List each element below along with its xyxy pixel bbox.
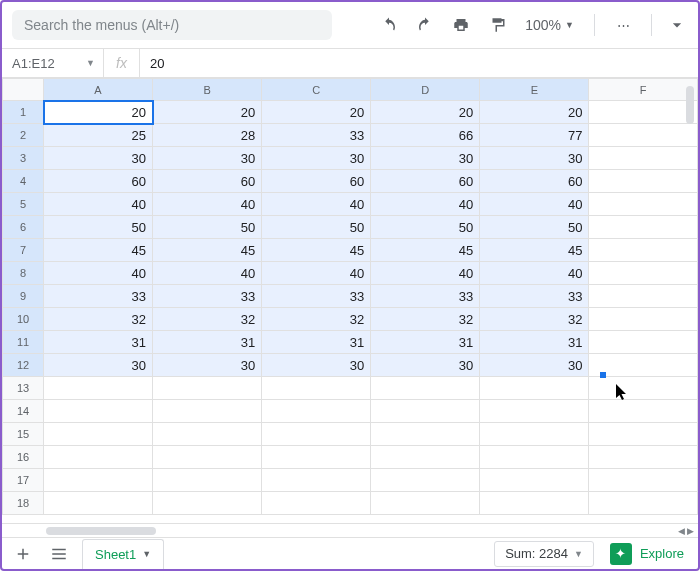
cell-A15[interactable] [44,423,153,446]
cell-E15[interactable] [480,423,589,446]
cell-D5[interactable]: 40 [371,193,480,216]
cell-A14[interactable] [44,400,153,423]
cell-E3[interactable]: 30 [480,147,589,170]
cell-D7[interactable]: 45 [371,239,480,262]
cell-F6[interactable] [589,216,698,239]
row-header-8[interactable]: 8 [3,262,44,285]
cell-F13[interactable] [589,377,698,400]
cell-B5[interactable]: 40 [153,193,262,216]
cell-E14[interactable] [480,400,589,423]
col-header-A[interactable]: A [44,79,153,101]
row-header-12[interactable]: 12 [3,354,44,377]
cell-E13[interactable] [480,377,589,400]
col-header-E[interactable]: E [480,79,589,101]
cell-E4[interactable]: 60 [480,170,589,193]
cell-D16[interactable] [371,446,480,469]
row-header-2[interactable]: 2 [3,124,44,147]
cell-F7[interactable] [589,239,698,262]
row-header-15[interactable]: 15 [3,423,44,446]
row-header-16[interactable]: 16 [3,446,44,469]
cell-D17[interactable] [371,469,480,492]
cell-E1[interactable]: 20 [480,101,589,124]
cell-D4[interactable]: 60 [371,170,480,193]
cell-F3[interactable] [589,147,698,170]
cell-F1[interactable] [589,101,698,124]
row-header-14[interactable]: 14 [3,400,44,423]
cell-F14[interactable] [589,400,698,423]
cell-C2[interactable]: 33 [262,124,371,147]
cell-A5[interactable]: 40 [44,193,153,216]
row-header-17[interactable]: 17 [3,469,44,492]
cell-B18[interactable] [153,492,262,515]
cell-E2[interactable]: 77 [480,124,589,147]
cell-D18[interactable] [371,492,480,515]
add-sheet-icon[interactable] [10,541,36,567]
paint-format-icon[interactable] [483,11,511,39]
cell-C11[interactable]: 31 [262,331,371,354]
row-header-18[interactable]: 18 [3,492,44,515]
cell-B7[interactable]: 45 [153,239,262,262]
cell-C18[interactable] [262,492,371,515]
cell-B17[interactable] [153,469,262,492]
cell-F8[interactable] [589,262,698,285]
cell-A16[interactable] [44,446,153,469]
cell-F16[interactable] [589,446,698,469]
cell-C12[interactable]: 30 [262,354,371,377]
cell-B9[interactable]: 33 [153,285,262,308]
cell-B14[interactable] [153,400,262,423]
sheet-tab[interactable]: Sheet1▼ [82,539,164,569]
cell-D15[interactable] [371,423,480,446]
cell-F18[interactable] [589,492,698,515]
cell-A4[interactable]: 60 [44,170,153,193]
cell-E10[interactable]: 32 [480,308,589,331]
cell-A18[interactable] [44,492,153,515]
row-header-6[interactable]: 6 [3,216,44,239]
cell-D3[interactable]: 30 [371,147,480,170]
undo-icon[interactable] [375,11,403,39]
row-header-13[interactable]: 13 [3,377,44,400]
row-header-9[interactable]: 9 [3,285,44,308]
redo-icon[interactable] [411,11,439,39]
cell-D6[interactable]: 50 [371,216,480,239]
name-box[interactable]: A1:E12▼ [2,49,104,77]
cell-D14[interactable] [371,400,480,423]
cell-C13[interactable] [262,377,371,400]
cell-F15[interactable] [589,423,698,446]
row-header-7[interactable]: 7 [3,239,44,262]
cell-E12[interactable]: 30 [480,354,589,377]
cell-B15[interactable] [153,423,262,446]
cell-D12[interactable]: 30 [371,354,480,377]
cell-B2[interactable]: 28 [153,124,262,147]
cell-C16[interactable] [262,446,371,469]
cell-D11[interactable]: 31 [371,331,480,354]
row-header-4[interactable]: 4 [3,170,44,193]
cell-B11[interactable]: 31 [153,331,262,354]
cell-C4[interactable]: 60 [262,170,371,193]
cell-B1[interactable]: 20 [153,101,262,124]
cell-B12[interactable]: 30 [153,354,262,377]
selection-handle[interactable] [600,372,606,378]
cell-A17[interactable] [44,469,153,492]
cell-C3[interactable]: 30 [262,147,371,170]
col-header-F[interactable]: F [589,79,698,101]
cell-F2[interactable] [589,124,698,147]
cell-F5[interactable] [589,193,698,216]
cell-D13[interactable] [371,377,480,400]
cell-A9[interactable]: 33 [44,285,153,308]
col-header-B[interactable]: B [153,79,262,101]
cell-A13[interactable] [44,377,153,400]
scroll-nav[interactable]: ◀▶ [678,526,694,536]
cell-F17[interactable] [589,469,698,492]
row-header-5[interactable]: 5 [3,193,44,216]
row-header-11[interactable]: 11 [3,331,44,354]
cell-E17[interactable] [480,469,589,492]
cell-D1[interactable]: 20 [371,101,480,124]
cell-A8[interactable]: 40 [44,262,153,285]
cell-D9[interactable]: 33 [371,285,480,308]
cell-C8[interactable]: 40 [262,262,371,285]
cell-C7[interactable]: 45 [262,239,371,262]
vertical-scrollbar[interactable] [686,82,696,522]
spreadsheet-grid[interactable]: ABCDEF1202020202022528336677330303030304… [2,78,698,523]
cell-A1[interactable]: 20 [44,101,153,124]
cell-A3[interactable]: 30 [44,147,153,170]
